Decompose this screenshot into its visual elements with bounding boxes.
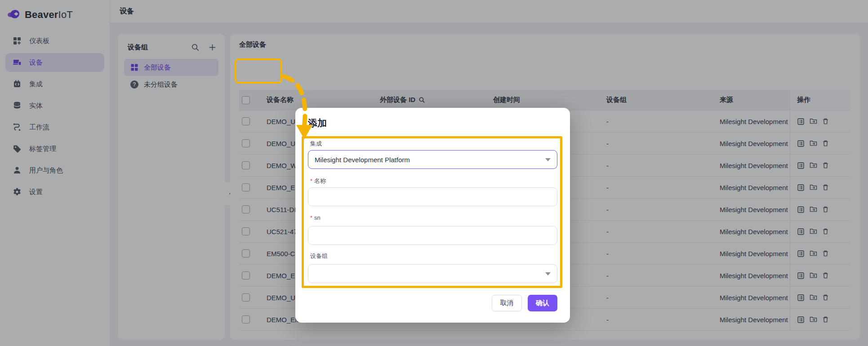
cancel-button[interactable]: 取消 bbox=[492, 295, 522, 311]
input-2[interactable] bbox=[308, 187, 557, 206]
field-label-2: *名称 bbox=[310, 177, 326, 185]
select-1[interactable]: Milesight Development Platform bbox=[308, 150, 557, 169]
field-label-3: *sn bbox=[310, 214, 320, 221]
chevron-down-icon bbox=[545, 272, 551, 275]
add-device-modal: 添加 集成Milesight Development Platform*名称*s… bbox=[295, 108, 570, 323]
field-label-1: 集成 bbox=[310, 140, 322, 148]
app-window: 设备 BeaverIoT 仪表板 设备 集成 实体 工作 bbox=[0, 0, 868, 346]
select-4[interactable] bbox=[308, 264, 557, 283]
field-label-4: 设备组 bbox=[310, 252, 328, 260]
modal-title: 添加 bbox=[308, 117, 327, 129]
confirm-button[interactable]: 确认 bbox=[528, 295, 557, 311]
input-3[interactable] bbox=[308, 226, 557, 245]
chevron-down-icon bbox=[545, 158, 551, 161]
